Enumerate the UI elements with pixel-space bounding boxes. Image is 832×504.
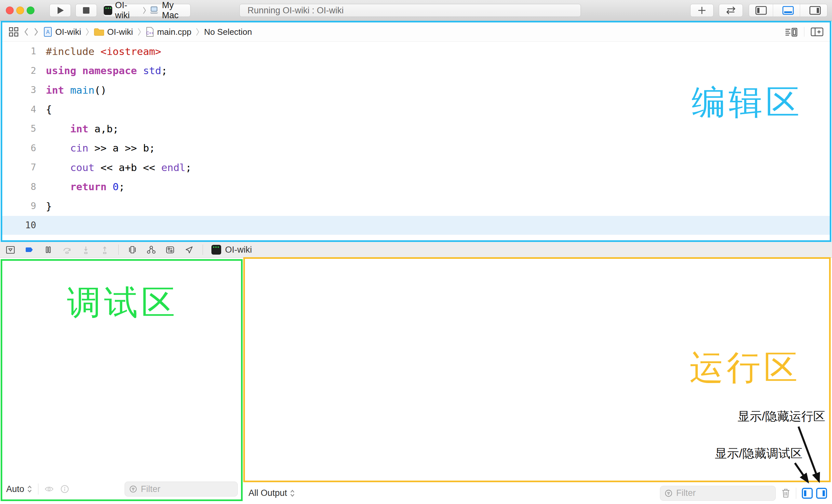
scheme-device-name: My Mac: [162, 0, 190, 21]
plus-icon: [696, 5, 707, 16]
variables-scope-label: Auto: [6, 484, 24, 494]
code-line[interactable]: 2using namespace std;: [2, 61, 830, 81]
code-text: using namespace std;: [36, 65, 167, 76]
source-editor[interactable]: 1#include <iostream>2using namespace std…: [2, 42, 830, 235]
toggle-console-button[interactable]: [816, 487, 828, 499]
divider: [796, 488, 796, 499]
play-icon: [55, 5, 65, 15]
divider: [804, 27, 804, 37]
annotation-toggle-debug-area: 显示/隐藏调试区: [715, 446, 802, 462]
version-editor-button[interactable]: [719, 4, 743, 17]
window-titlebar: OI-wiki My Mac Running OI-wiki : OI-wiki: [0, 0, 832, 21]
status-text: Running OI-wiki : OI-wiki: [248, 5, 344, 16]
divider: [119, 244, 119, 255]
environment-overrides-icon[interactable]: [165, 244, 175, 255]
toggle-inspector-panel-button[interactable]: [803, 4, 827, 17]
code-lines: 1#include <iostream>2using namespace std…: [2, 42, 830, 235]
step-into-icon[interactable]: [81, 244, 91, 255]
breadcrumb-separator-icon: [137, 28, 141, 36]
line-number: 1: [2, 46, 36, 57]
variables-filter-input[interactable]: [140, 484, 233, 495]
code-line[interactable]: 6 cin >> a >> b;: [2, 138, 830, 158]
activity-status-bar: Running OI-wiki : OI-wiki: [239, 4, 581, 17]
breadcrumb-file[interactable]: C++ main.cpp: [146, 27, 191, 37]
breadcrumb-separator-icon: [196, 28, 199, 36]
stop-button[interactable]: [75, 4, 97, 17]
variables-filter-field[interactable]: [125, 482, 238, 497]
line-number: 10: [2, 220, 36, 231]
code-text: cin >> a >> b;: [36, 142, 155, 154]
editor-options-icon[interactable]: [784, 26, 798, 37]
clear-console-trash-icon[interactable]: [781, 488, 791, 499]
filter-icon: [129, 485, 137, 493]
code-text: int main(): [36, 84, 107, 96]
code-line[interactable]: 5 int a,b;: [2, 119, 830, 138]
scheme-selector[interactable]: OI-wiki My Mac: [103, 4, 190, 17]
console-bottom-bar: All Output: [243, 482, 832, 504]
right-panel-icon: [809, 5, 821, 15]
console-scope-dropdown[interactable]: All Output: [249, 488, 295, 498]
line-number: 9: [2, 201, 36, 211]
code-line[interactable]: 8 return 0;: [2, 177, 830, 197]
step-over-icon[interactable]: [62, 244, 72, 255]
jump-bar: A OI-wiki OI-wiki C++ main.cpp: [2, 22, 830, 42]
code-line[interactable]: 1#include <iostream>: [2, 42, 830, 61]
filter-icon: [665, 489, 672, 498]
line-number: 3: [2, 84, 36, 95]
editor-area: A OI-wiki OI-wiki C++ main.cpp: [1, 21, 831, 242]
line-number: 5: [2, 123, 36, 134]
line-number: 7: [2, 162, 36, 173]
back-icon[interactable]: [24, 27, 29, 37]
breadcrumb-label: OI-wiki: [55, 27, 81, 37]
bottom-panel-icon: [782, 5, 794, 15]
process-name: OI-wiki: [225, 245, 252, 255]
code-line[interactable]: 10: [2, 216, 830, 235]
code-line[interactable]: 7 cout << a+b << endl;: [2, 158, 830, 177]
breadcrumb-group[interactable]: OI-wiki: [94, 27, 133, 37]
scheme-app-name: OI-wiki: [115, 0, 140, 21]
breadcrumb-separator-icon: [85, 28, 89, 36]
breadcrumb-project[interactable]: A OI-wiki: [43, 27, 81, 37]
toggle-variables-view-button[interactable]: [801, 487, 813, 499]
zoom-window-button[interactable]: [27, 6, 34, 14]
toggle-debug-area-button[interactable]: [776, 4, 800, 17]
updown-chevrons-icon: [290, 489, 295, 498]
related-items-icon[interactable]: [8, 26, 19, 37]
variables-scope-dropdown[interactable]: Auto: [6, 484, 32, 494]
process-selector[interactable]: OI-wiki: [211, 245, 252, 255]
step-out-icon[interactable]: [100, 244, 110, 255]
add-editor-icon[interactable]: [810, 26, 824, 37]
pause-execution-icon[interactable]: [43, 244, 53, 255]
code-text: }: [36, 200, 52, 212]
memory-graph-icon[interactable]: [146, 244, 156, 255]
console-scope-label: All Output: [249, 488, 287, 498]
add-editor-tab-button[interactable]: [690, 4, 713, 17]
app-process-icon: [211, 245, 221, 255]
project-icon: A: [43, 27, 52, 37]
info-icon[interactable]: [60, 484, 70, 494]
quick-look-eye-icon[interactable]: [44, 485, 54, 493]
divider: [38, 483, 38, 495]
breadcrumb-selection[interactable]: No Selection: [204, 27, 252, 37]
chevron-separator-icon: [143, 6, 146, 15]
close-window-button[interactable]: [6, 6, 14, 14]
code-text: cout << a+b << endl;: [36, 162, 191, 173]
simulate-location-icon[interactable]: [184, 244, 194, 255]
run-button[interactable]: [49, 4, 71, 17]
console-filter-field[interactable]: [660, 486, 776, 501]
code-line[interactable]: 9}: [2, 196, 830, 216]
cpp-file-icon: C++: [146, 27, 154, 37]
updown-chevrons-icon: [27, 485, 32, 493]
code-text: #include <iostream>: [36, 46, 161, 57]
annotation-run-area: 运行区: [690, 350, 801, 384]
debug-bar: OI-wiki: [0, 242, 832, 258]
forward-icon[interactable]: [33, 27, 39, 37]
breakpoints-toggle-icon[interactable]: [24, 244, 34, 255]
minimize-window-button[interactable]: [16, 6, 24, 14]
toggle-navigator-panel-button[interactable]: [749, 4, 773, 17]
line-number: 2: [2, 65, 36, 76]
breadcrumb-label: OI-wiki: [107, 27, 133, 37]
hide-debug-area-icon[interactable]: [5, 244, 16, 255]
console-filter-input[interactable]: [676, 488, 771, 499]
view-debugger-icon[interactable]: [127, 244, 137, 255]
